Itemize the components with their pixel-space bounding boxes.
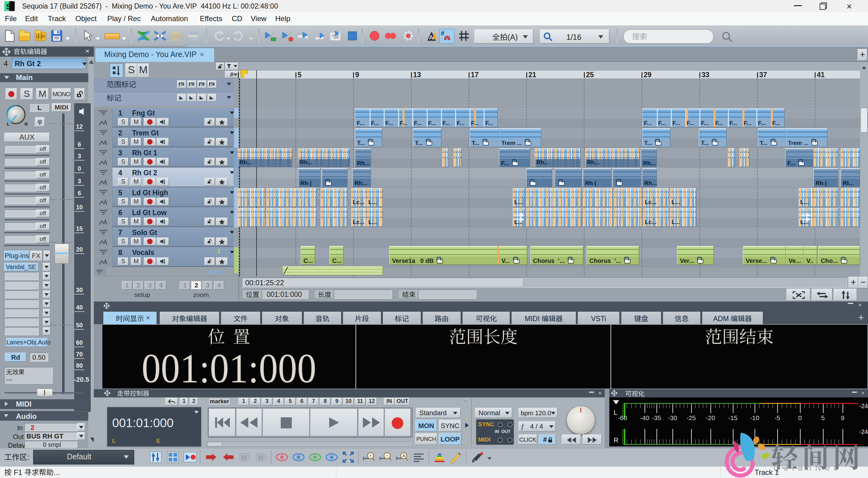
svg-text:−: − <box>386 453 388 458</box>
svg-text:A: A <box>429 34 433 41</box>
svg-text:M: M <box>242 454 247 461</box>
svg-text:+: + <box>369 453 372 458</box>
svg-text:A: A <box>402 453 405 458</box>
svg-text:M: M <box>258 454 263 461</box>
svg-text:#: # <box>441 29 444 37</box>
